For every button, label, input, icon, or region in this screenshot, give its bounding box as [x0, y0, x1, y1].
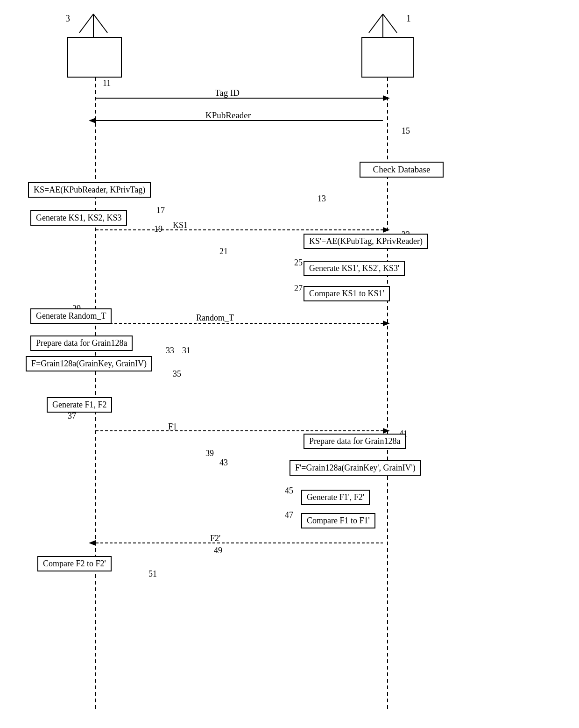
label-35: 35 — [173, 369, 181, 379]
label-49: 49 — [214, 546, 222, 556]
f1-label: F1 — [168, 422, 177, 432]
label-47: 47 — [285, 510, 293, 520]
diagram-container: 3 1 11 Tag ID KPubReader 15 Check Databa… — [0, 0, 579, 728]
svg-rect-7 — [362, 37, 413, 77]
compare-f1-box: Compare F1 to F1' — [301, 513, 375, 528]
label-21: 21 — [219, 247, 228, 257]
label-19: 19 — [154, 224, 162, 234]
svg-marker-21 — [89, 540, 96, 546]
label-11: 11 — [103, 79, 111, 88]
label-45: 45 — [285, 486, 293, 496]
svg-marker-11 — [383, 95, 390, 101]
label-37: 37 — [68, 411, 76, 421]
svg-rect-3 — [68, 37, 121, 77]
label-27: 27 — [294, 284, 303, 293]
label-43: 43 — [219, 458, 228, 468]
svg-line-5 — [383, 14, 397, 33]
random-t-label: Random_T — [196, 313, 234, 323]
generate-f1f2-box: Generate F1, F2 — [47, 397, 112, 413]
generate-ks123-prime-box: Generate KS1', KS2', KS3' — [304, 261, 405, 276]
f-prime-grain-box: F'=Grain128a(GrainKey', GrainIV') — [290, 460, 421, 476]
f2-prime-label: F2' — [210, 534, 220, 543]
ks-prime-ae-box: KS'=AE(KPubTag, KPrivReader) — [304, 234, 428, 249]
generate-ks123-box: Generate KS1, KS2, KS3 — [30, 210, 127, 226]
generate-f1f2-prime-box: Generate F1', F2' — [301, 490, 370, 505]
svg-marker-13 — [89, 118, 96, 123]
ks-ae-box: KS=AE(KPubReader, KPrivTag) — [28, 182, 151, 198]
label-51: 51 — [148, 569, 157, 579]
check-database-box: Check Database — [360, 162, 444, 178]
label-33: 33 — [166, 346, 174, 356]
svg-marker-19 — [383, 428, 390, 434]
ks1-arrow-label: KS1 — [173, 221, 188, 230]
svg-marker-15 — [383, 227, 390, 233]
kpubreader-label: KPubReader — [205, 110, 251, 121]
compare-f2-box: Compare F2 to F2' — [37, 556, 112, 571]
compare-ks1-box: Compare KS1 to KS1' — [304, 286, 390, 301]
svg-marker-17 — [383, 321, 390, 326]
label-13: 13 — [318, 194, 326, 204]
label-31: 31 — [182, 346, 191, 356]
label-17: 17 — [156, 206, 165, 215]
label-15: 15 — [402, 126, 410, 136]
generate-random-t-box: Generate Random_T — [30, 308, 112, 324]
prepare-grain-left-box: Prepare data for Grain128a — [30, 335, 133, 351]
label-25: 25 — [294, 258, 303, 268]
label-3: 3 — [65, 13, 70, 24]
label-1: 1 — [406, 13, 411, 24]
svg-line-4 — [369, 14, 383, 33]
f-grain-box: F=Grain128a(GrainKey, GrainIV) — [26, 356, 152, 371]
prepare-grain-right-box: Prepare data for Grain128a — [304, 434, 406, 449]
svg-line-0 — [79, 14, 93, 33]
svg-line-1 — [93, 14, 107, 33]
label-39: 39 — [205, 449, 214, 458]
tag-id-label: Tag ID — [215, 88, 240, 98]
